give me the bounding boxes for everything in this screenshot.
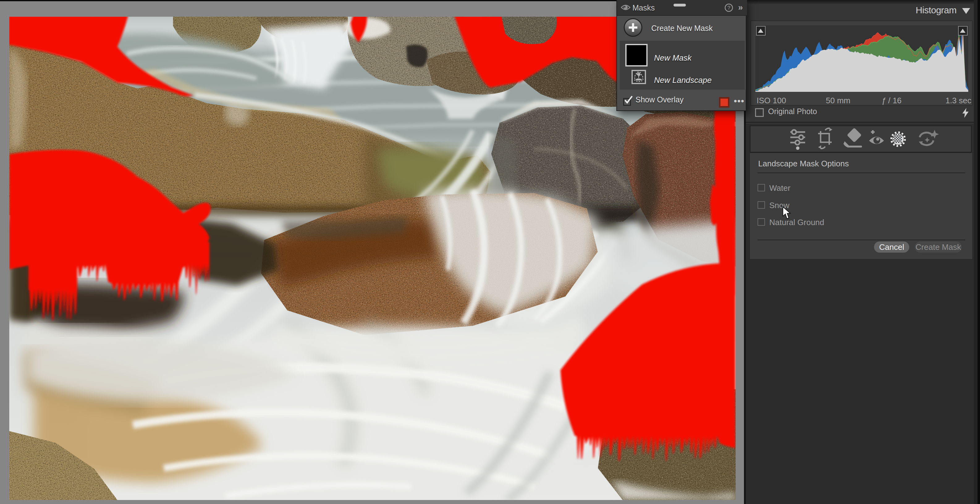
- svg-text:?: ?: [727, 5, 730, 11]
